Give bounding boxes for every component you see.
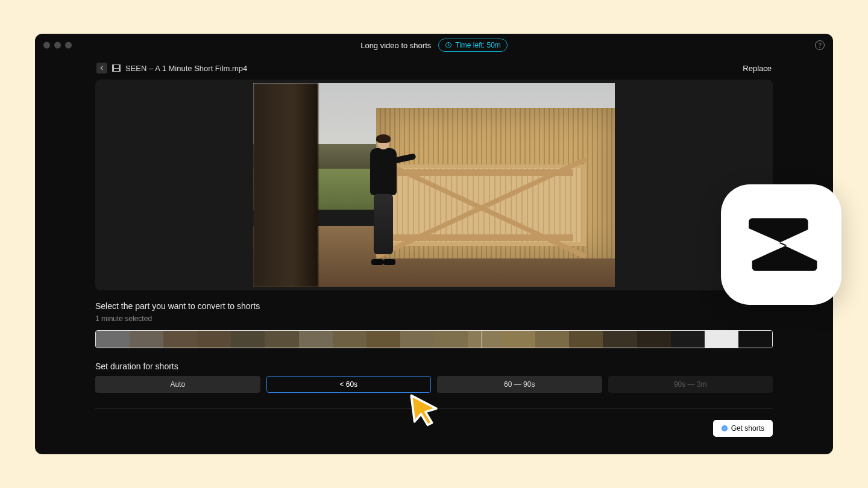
time-left-text: Time left: 50m (455, 41, 501, 49)
timeline-thumb[interactable] (333, 331, 366, 348)
help-icon[interactable]: ? (815, 40, 825, 50)
duration-options: Auto< 60s60 — 90s90s — 3m (95, 376, 773, 393)
timeline-thumb[interactable] (299, 331, 333, 348)
timeline-thumb[interactable] (705, 331, 738, 348)
timeline-thumb[interactable] (130, 331, 163, 348)
file-row: SEEN – A 1 Minute Short Film.mp4 Replace (95, 63, 773, 74)
back-button[interactable] (96, 63, 107, 74)
sparkle-icon (722, 425, 728, 431)
timeline-thumb[interactable] (671, 331, 705, 348)
page-title: Long video to shorts (360, 41, 431, 50)
timeline-thumb[interactable] (603, 331, 637, 348)
timeline-thumb[interactable] (366, 331, 400, 348)
timeline-thumb[interactable] (434, 331, 468, 348)
timeline-thumb[interactable] (231, 331, 265, 348)
playhead[interactable] (482, 330, 482, 348)
chevron-left-icon (99, 65, 105, 71)
duration-option-3: 90s — 3m (608, 376, 773, 393)
titlebar: Long video to shorts Time left: 50m ? (35, 36, 833, 54)
timeline-thumb[interactable] (468, 331, 502, 348)
timeline-thumb[interactable] (400, 331, 434, 348)
duration-option-1[interactable]: < 60s (266, 376, 432, 393)
duration-option-0[interactable]: Auto (95, 376, 260, 393)
duration-heading: Set duration for shorts (95, 361, 773, 371)
video-preview[interactable] (95, 80, 773, 290)
get-shorts-label: Get shorts (731, 424, 764, 433)
capcut-logo-card (721, 184, 841, 305)
timeline-thumb[interactable] (569, 331, 603, 348)
get-shorts-button[interactable]: Get shorts (713, 420, 773, 437)
video-frame (253, 83, 615, 287)
file-name: SEEN – A 1 Minute Short Film.mp4 (125, 64, 247, 73)
duration-option-2[interactable]: 60 — 90s (437, 376, 602, 393)
timeline-thumb[interactable] (502, 331, 535, 348)
timeline[interactable] (95, 330, 773, 348)
clock-icon (445, 42, 452, 49)
cursor-icon (407, 392, 442, 427)
timeline-thumb[interactable] (96, 331, 130, 348)
timeline-thumb[interactable] (738, 331, 772, 348)
select-subtext: 1 minute selected (95, 314, 773, 323)
film-icon (112, 64, 121, 72)
select-heading: Select the part you want to convert to s… (95, 301, 773, 311)
replace-button[interactable]: Replace (743, 64, 772, 73)
window-controls[interactable] (43, 42, 72, 49)
zoom-icon[interactable] (65, 42, 72, 49)
timeline-thumb[interactable] (535, 331, 569, 348)
time-left-pill: Time left: 50m (438, 39, 508, 52)
close-icon[interactable] (43, 42, 50, 49)
timeline-thumb[interactable] (197, 331, 231, 348)
timeline-thumb[interactable] (637, 331, 671, 348)
minimize-icon[interactable] (54, 42, 61, 49)
timeline-thumb[interactable] (265, 331, 298, 348)
app-window: Long video to shorts Time left: 50m ? (35, 34, 833, 454)
capcut-logo-icon (742, 211, 820, 278)
timeline-thumb[interactable] (163, 331, 197, 348)
